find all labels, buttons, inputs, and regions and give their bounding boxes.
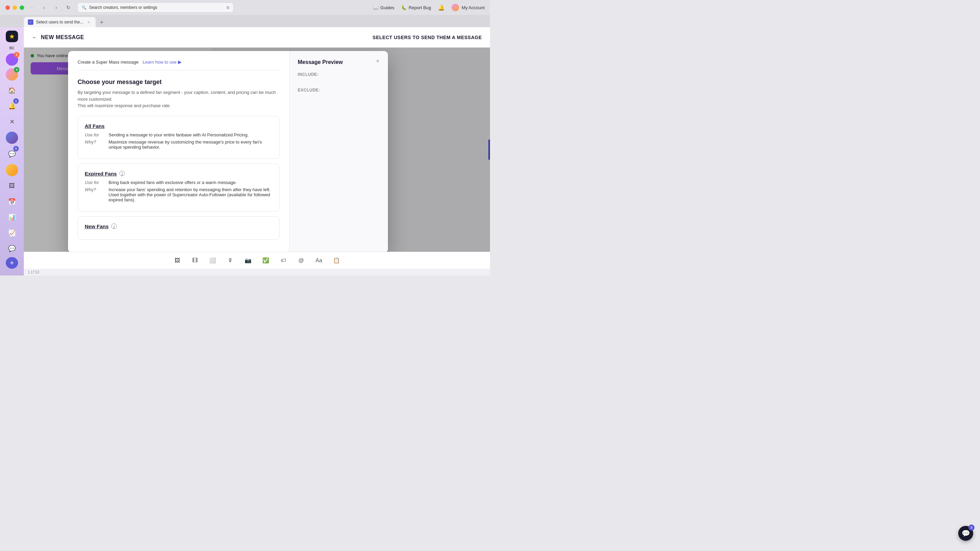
toolbar-square-icon[interactable]: ⬜ [207, 255, 218, 266]
expired-fans-why: Why? Increase your fans' spending and re… [85, 187, 272, 202]
account-avatar [452, 4, 459, 11]
preview-title: Message Preview [298, 59, 380, 65]
bug-icon: 🐛 [401, 5, 407, 10]
toolbar-mic-icon[interactable]: 🎙 [225, 255, 236, 266]
browser-actions: 📖 Guides 🐛 Report Bug 🔔 My Account [373, 4, 485, 11]
guides-btn[interactable]: 📖 Guides [373, 5, 395, 10]
modal-close-btn[interactable]: × [373, 56, 382, 66]
toolbar-camera-icon[interactable]: 📷 [243, 255, 253, 266]
expired-fans-info-icon[interactable]: i [119, 171, 125, 176]
notifications-badge: 1 [13, 98, 19, 104]
app-container: ★ BC 5 3 🏠 🔔 1 ✕ 💬 5 🖼 📅 📊 📈 💬 [0, 27, 490, 275]
tab-title: Select users to send the... [36, 20, 83, 24]
modal-header-title: Create a Super Mass message [78, 60, 138, 65]
all-fans-title: All Fans [85, 123, 272, 129]
learn-link-icon: ▶ [178, 59, 182, 65]
my-account-label: My Account [462, 5, 485, 10]
tab-icon: ✓ [28, 19, 33, 25]
page-subtitle: SELECT USERS TO SEND THEM A MESSAGE [277, 35, 482, 40]
search-icon: 🔍 [82, 5, 86, 10]
sidebar-item-messages[interactable]: 💬 5 [5, 147, 19, 161]
active-tab[interactable]: ✓ Select users to send the... × [24, 17, 95, 27]
page-title: NEW MESSAGE [41, 34, 84, 40]
sidebar-item-trends[interactable]: 📈 [5, 226, 19, 240]
sidebar-item-home[interactable]: 🏠 [5, 83, 19, 98]
address-bar[interactable]: 🔍 Search creators, members or settings ⊞ [77, 2, 234, 13]
avatar-image-4 [6, 164, 18, 176]
main-content: ← NEW MESSAGE SELECT USERS TO SEND THEM … [24, 27, 490, 275]
expired-fans-use-for: Use for Bring back expired fans with exc… [85, 180, 272, 185]
nav-buttons: ‹ › ↻ [39, 3, 73, 12]
content-area: You have online fans. Message them now: … [24, 48, 490, 252]
sidebar-item-notifications[interactable]: 🔔 1 [5, 99, 19, 113]
all-fans-card[interactable]: All Fans Use for Sending a message to yo… [78, 116, 280, 159]
toolbar-at-icon[interactable]: @ [296, 255, 307, 266]
all-fans-why: Why? Maximize message revenue by customi… [85, 140, 272, 150]
sidebar-item-calendar[interactable]: 📅 [5, 195, 19, 209]
new-fans-title: New Fans i [85, 224, 272, 229]
sidebar-item-search[interactable]: ✕ [5, 114, 19, 129]
tab-bar: ✓ Select users to send the... × + [0, 15, 490, 27]
browser-chrome: ⋯ ‹ › ↻ 🔍 Search creators, members or se… [0, 0, 490, 15]
modal-overlay: Create a Super Mass message Learn how to… [24, 48, 490, 252]
sidebar-avatar-1[interactable]: 5 [6, 53, 18, 66]
learn-how-link[interactable]: Learn how to use ▶ [143, 59, 182, 65]
modal-left-panel: Create a Super Mass message Learn how to… [68, 51, 289, 252]
learn-link-text: Learn how to use [143, 60, 177, 65]
my-account-btn[interactable]: My Account [452, 4, 485, 11]
toolbar-image-icon[interactable]: 🖼 [172, 255, 183, 266]
guides-label: Guides [380, 5, 395, 10]
messages-badge: 5 [13, 146, 19, 151]
back-button[interactable]: ← [32, 34, 37, 40]
traffic-light-red[interactable] [5, 5, 10, 10]
report-bug-btn[interactable]: 🐛 Report Bug [401, 5, 431, 10]
toolbar-font-icon[interactable]: Aa [313, 255, 324, 266]
filter-icon[interactable]: ⊞ [226, 5, 229, 10]
report-bug-label: Report Bug [409, 5, 431, 10]
bottom-toolbar: 🖼 🎞 ⬜ 🎙 📷 ✅ 🏷 @ Aa 📋 [24, 252, 490, 269]
toolbar-clipboard-icon[interactable]: 📋 [331, 255, 342, 266]
status-bar: 1.17.53 [24, 269, 490, 275]
notification-bell[interactable]: 🔔 [438, 5, 445, 11]
browser-expand-btn[interactable]: ⋯ [28, 5, 35, 10]
traffic-light-yellow[interactable] [13, 5, 17, 10]
section-desc: By targeting your message to a defined f… [78, 89, 280, 109]
toolbar-tag-icon[interactable]: 🏷 [278, 255, 289, 266]
sidebar-avatar-4[interactable] [6, 164, 18, 176]
toolbar-check-icon[interactable]: ✅ [260, 255, 271, 266]
sidebar-avatar-3[interactable] [6, 132, 18, 144]
new-fans-info-icon[interactable]: i [111, 224, 117, 229]
section-title: Choose your message target [78, 79, 280, 86]
back-nav-btn[interactable]: ‹ [39, 3, 49, 12]
avatar-badge-5: 5 [14, 52, 19, 57]
sidebar-item-stats[interactable]: 📊 [5, 210, 19, 224]
reload-btn[interactable]: ↻ [64, 3, 73, 12]
avatar-badge-3: 3 [14, 67, 19, 73]
version-text: 1.17.53 [28, 270, 39, 274]
modal-header: Create a Super Mass message Learn how to… [78, 59, 280, 70]
new-tab-btn[interactable]: + [97, 18, 107, 27]
page-header: ← NEW MESSAGE SELECT USERS TO SEND THEM … [24, 27, 490, 48]
sidebar-add-btn[interactable]: + [6, 257, 18, 269]
modal-right-panel: × Message Preview INCLUDE: EXCLUDE: [289, 51, 388, 252]
all-fans-use-for: Use for Sending a message to your entire… [85, 132, 272, 137]
traffic-lights [5, 5, 24, 10]
sidebar: ★ BC 5 3 🏠 🔔 1 ✕ 💬 5 🖼 📅 📊 📈 💬 [0, 27, 24, 275]
expired-fans-card[interactable]: Expired Fans i Use for Bring back expire… [78, 164, 280, 211]
expired-fans-title: Expired Fans i [85, 171, 272, 176]
guides-book-icon: 📖 [373, 5, 379, 10]
sidebar-avatar-2[interactable]: 3 [6, 68, 18, 81]
avatar-image-3 [6, 132, 18, 144]
modal-dialog: Create a Super Mass message Learn how to… [68, 51, 388, 252]
tab-close-btn[interactable]: × [86, 19, 92, 25]
sidebar-item-media[interactable]: 🖼 [5, 179, 19, 193]
sidebar-item-chat[interactable]: 💬 [5, 241, 19, 256]
forward-nav-btn[interactable]: › [51, 3, 61, 12]
address-text: Search creators, members or settings [89, 5, 224, 10]
new-fans-card[interactable]: New Fans i [78, 216, 280, 240]
preview-exclude-label: EXCLUDE: [298, 88, 380, 92]
traffic-light-green[interactable] [20, 5, 24, 10]
preview-include-label: INCLUDE: [298, 72, 380, 77]
sidebar-bc-label: BC [10, 46, 14, 50]
toolbar-video-icon[interactable]: 🎞 [189, 255, 200, 266]
